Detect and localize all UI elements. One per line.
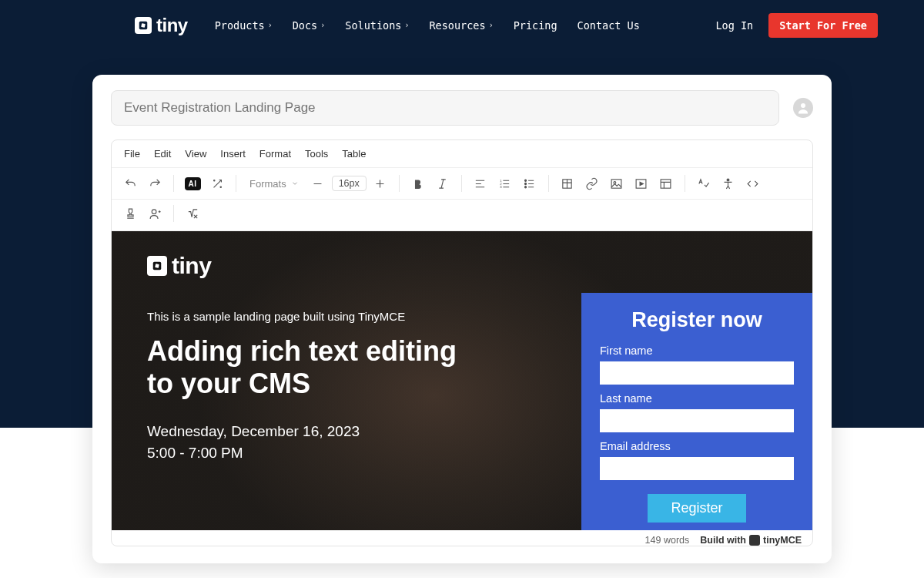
table-button[interactable] (557, 173, 578, 194)
equation-button[interactable] (182, 203, 203, 224)
first-name-input[interactable] (600, 361, 794, 385)
page-title-input[interactable] (111, 90, 779, 126)
editor-content-area[interactable]: tiny This is a sample landing page built… (112, 231, 812, 530)
tinymce-editor: File Edit View Insert Format Tools Table… (111, 139, 813, 546)
editor-statusbar: 149 words Build with tinyMCE (112, 530, 812, 546)
user-avatar-icon[interactable] (793, 98, 813, 118)
svg-point-4 (220, 187, 221, 187)
toolbar-separator (173, 175, 174, 192)
nav-docs[interactable]: Docs› (293, 19, 326, 32)
magic-wand-button[interactable] (206, 173, 228, 194)
register-button[interactable]: Register (648, 494, 745, 523)
first-name-label: First name (600, 344, 794, 357)
nav-solutions[interactable]: Solutions› (345, 19, 409, 32)
toolbar-separator (236, 175, 236, 192)
powered-by[interactable]: Build with tinyMCE (700, 535, 802, 546)
toolbar-separator (173, 205, 174, 222)
toolbar-separator (461, 175, 462, 192)
chevron-down-icon (291, 180, 299, 187)
svg-point-38 (152, 209, 156, 213)
email-label: Email address (600, 440, 794, 452)
toolbar-separator (548, 175, 549, 192)
stamp-button[interactable] (119, 203, 141, 224)
redo-button[interactable] (144, 173, 166, 194)
media-button[interactable] (631, 173, 652, 194)
undo-button[interactable] (119, 173, 141, 194)
svg-rect-33 (661, 179, 671, 187)
tiny-logo-mark-icon (135, 17, 152, 34)
chevron-right-icon: › (404, 21, 409, 29)
svg-line-10 (441, 179, 444, 187)
svg-point-22 (525, 186, 527, 187)
accessibility-button[interactable] (718, 173, 739, 194)
content-date: Wednesday, December 16, 2023 (147, 421, 558, 443)
last-name-label: Last name (600, 392, 794, 405)
content-time: 5:00 - 7:00 PM (147, 442, 558, 465)
formats-label: Formats (249, 178, 286, 190)
content-headline: Adding rich text editing to your CMS (147, 335, 486, 401)
tinymce-logo-icon (749, 535, 760, 546)
editor-toolbar: AI Formats 16px 123 (112, 168, 812, 200)
italic-button[interactable] (432, 173, 454, 194)
bold-button[interactable] (407, 173, 429, 194)
nav-right: Log In Start For Free (715, 13, 878, 38)
tiny-logo[interactable]: tiny (135, 15, 188, 36)
svg-marker-32 (640, 182, 643, 185)
content-tiny-logo-text: tiny (172, 253, 211, 279)
svg-point-2 (801, 103, 805, 108)
toolbar-separator (685, 175, 685, 192)
fontsize-input[interactable]: 16px (332, 176, 367, 191)
spellcheck-button[interactable] (693, 173, 715, 194)
svg-point-3 (213, 180, 214, 180)
top-navigation: tiny Products› Docs› Solutions› Resource… (0, 0, 924, 50)
login-link[interactable]: Log In (715, 19, 753, 32)
register-form-panel: Register now First name Last name Email … (581, 293, 812, 530)
nav-contact[interactable]: Contact Us (578, 19, 640, 32)
template-button[interactable] (655, 173, 677, 194)
menu-file[interactable]: File (124, 148, 140, 160)
align-button[interactable] (470, 173, 491, 194)
tiny-logo-text: tiny (156, 15, 188, 36)
menu-edit[interactable]: Edit (154, 148, 171, 160)
ai-button[interactable]: AI (182, 173, 203, 194)
svg-rect-1 (141, 23, 146, 28)
title-row (92, 90, 832, 139)
numbered-list-button[interactable]: 123 (494, 173, 516, 194)
nav-pricing[interactable]: Pricing (514, 19, 557, 32)
nav-resources[interactable]: Resources› (429, 19, 493, 32)
start-free-button[interactable]: Start For Free (768, 13, 878, 38)
menu-view[interactable]: View (185, 148, 206, 160)
link-button[interactable] (581, 173, 603, 194)
menu-table[interactable]: Table (342, 148, 366, 160)
tinymce-brand-text: tinyMCE (763, 535, 802, 546)
image-button[interactable] (606, 173, 628, 194)
email-input[interactable] (600, 457, 794, 480)
toolbar-separator (399, 175, 400, 192)
content-tiny-logo: tiny (147, 253, 558, 279)
chevron-right-icon: › (268, 21, 273, 29)
last-name-input[interactable] (600, 409, 794, 432)
formats-dropdown[interactable]: Formats (244, 173, 304, 194)
buildwith-label: Build with (700, 535, 746, 546)
register-form-title: Register now (600, 308, 794, 332)
add-user-button[interactable] (144, 203, 166, 224)
menu-insert[interactable]: Insert (220, 148, 246, 160)
content-left: tiny This is a sample landing page built… (112, 231, 581, 530)
editor-card: File Edit View Insert Format Tools Table… (92, 75, 832, 563)
fontsize-decrease-button[interactable] (307, 173, 329, 194)
code-button[interactable] (742, 173, 764, 194)
fontsize-increase-button[interactable] (370, 173, 391, 194)
primary-nav: Products› Docs› Solutions› Resources› Pr… (215, 19, 640, 32)
menu-tools[interactable]: Tools (305, 148, 328, 160)
chevron-right-icon: › (489, 21, 494, 29)
editor-toolbar-row2 (112, 200, 812, 231)
svg-point-20 (525, 180, 527, 181)
menu-format[interactable]: Format (259, 148, 291, 160)
svg-rect-29 (611, 179, 621, 187)
word-count[interactable]: 149 words (645, 535, 690, 546)
nav-products[interactable]: Products› (215, 19, 273, 32)
svg-rect-44 (155, 264, 159, 268)
bullet-list-button[interactable] (519, 173, 541, 194)
editor-menubar: File Edit View Insert Format Tools Table (112, 140, 812, 168)
svg-text:3: 3 (500, 185, 502, 189)
